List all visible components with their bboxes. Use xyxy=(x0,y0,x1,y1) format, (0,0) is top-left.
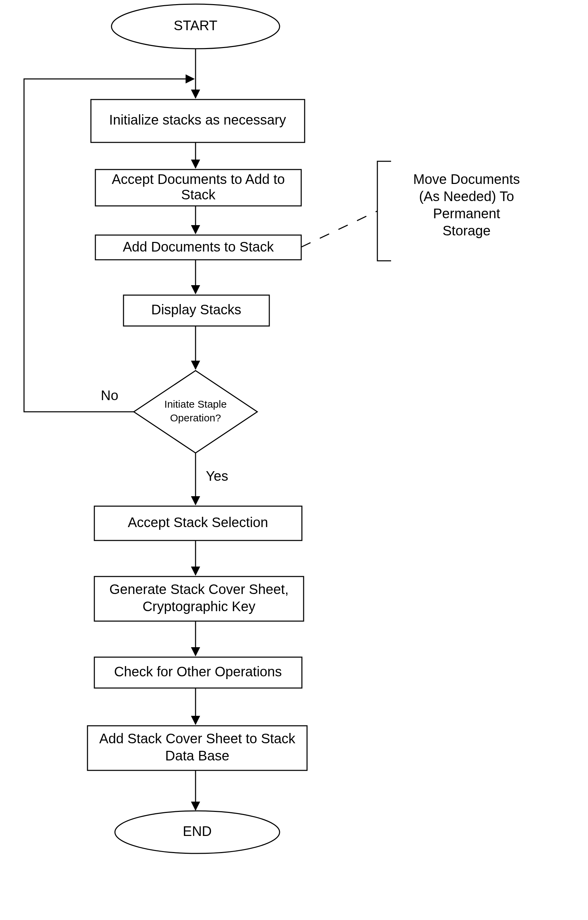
decision-label-1: Initiate Staple xyxy=(164,398,227,410)
add-label: Add Documents to Stack xyxy=(123,239,274,254)
annotation-bracket xyxy=(377,161,391,261)
accept-label-1: Accept Documents to Add to xyxy=(112,172,285,187)
annotation-connector xyxy=(301,211,377,247)
adddb-label-2: Data Base xyxy=(165,748,230,763)
no-label: No xyxy=(101,388,118,403)
end-label: END xyxy=(183,824,212,839)
yes-label: Yes xyxy=(206,468,228,484)
flowchart: START Initialize stacks as necessary Acc… xyxy=(0,0,588,920)
display-label: Display Stacks xyxy=(151,302,241,317)
accept-label-2: Stack xyxy=(181,187,216,202)
gen-label-1: Generate Stack Cover Sheet, xyxy=(109,581,289,597)
annotation-line-3: Permanent xyxy=(433,206,500,221)
annotation-line-4: Storage xyxy=(442,223,491,238)
annotation-line-2: (As Needed) To xyxy=(419,189,514,204)
gen-label-2: Cryptographic Key xyxy=(143,599,255,614)
adddb-label-1: Add Stack Cover Sheet to Stack xyxy=(99,731,295,746)
init-label: Initialize stacks as necessary xyxy=(109,112,286,127)
select-label: Accept Stack Selection xyxy=(128,515,268,530)
start-label: START xyxy=(173,18,217,33)
check-label: Check for Other Operations xyxy=(114,664,282,679)
annotation-line-1: Move Documents xyxy=(413,172,520,187)
decision-label-2: Operation? xyxy=(170,412,221,423)
